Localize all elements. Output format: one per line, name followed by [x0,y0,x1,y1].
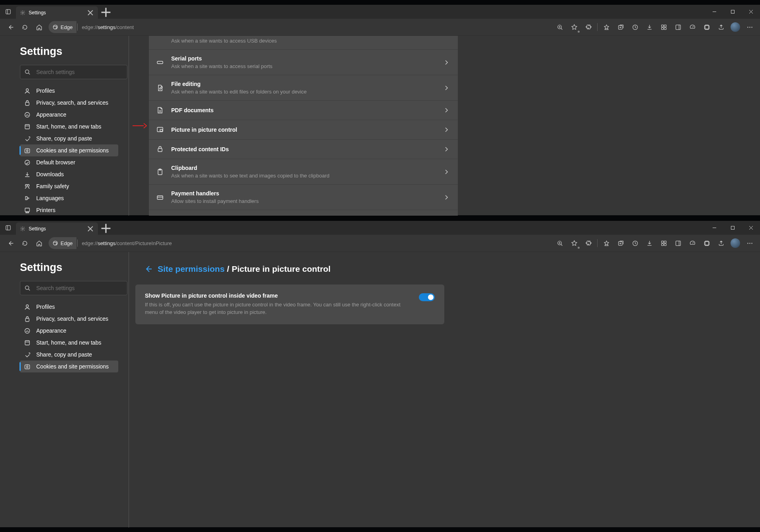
sidebar-item-profiles[interactable]: Profiles [20,85,118,97]
tab-actions-button[interactable] [0,221,16,235]
share-button[interactable] [714,236,728,250]
downloads-button[interactable] [642,236,656,250]
address-bar: Edge edge://settings/content/PictureInPi… [0,235,760,252]
svg-rect-87 [664,241,666,243]
perm-row-title: Clipboard [171,165,443,171]
nav-item-icon [24,99,31,106]
address-field[interactable]: Edge edge://settings/content [49,21,134,33]
downloads-button[interactable] [642,20,656,34]
nav-item-icon [24,171,31,178]
extensions-button[interactable] [581,20,596,34]
perm-row-protected-content-ids[interactable]: Protected content IDs [149,139,458,159]
breadcrumb-parent-link[interactable]: Site permissions [158,264,225,274]
sidebar-item-share-copy-and-paste[interactable]: Share, copy and paste [20,349,118,361]
more-menu-button[interactable] [742,20,757,34]
sidebar-item-start-home-and-new-tabs[interactable]: Start, home, and new tabs [20,337,118,349]
perm-row-media-autoplay[interactable]: Media autoplay [149,210,458,216]
extensions-button[interactable] [581,236,596,250]
sidebar-item-share-copy-and-paste[interactable]: Share, copy and paste [20,133,118,144]
share-button[interactable] [714,20,728,34]
collections-button[interactable] [613,20,628,34]
apps-button[interactable] [656,236,671,250]
sidebar-toggle-button[interactable] [671,20,685,34]
perm-row-clipboard[interactable]: ClipboardAsk when a site wants to see te… [149,159,458,184]
nav-home-button[interactable] [32,20,46,34]
webcapture-button[interactable] [699,20,714,34]
perm-row-serial-ports[interactable]: Serial portsAsk when a site wants to acc… [149,49,458,75]
sidebar-item-cookies-and-site-permissions[interactable]: Cookies and site permissions [20,144,118,156]
performance-button[interactable] [685,20,699,34]
sidebar-item-cookies-and-site-permissions[interactable]: Cookies and site permissions [20,361,118,372]
window-maximize-button[interactable] [723,221,742,235]
perm-row-title: Serial ports [171,55,443,62]
profile-button[interactable] [728,236,742,250]
sidebar-toggle-button[interactable] [671,236,685,250]
browser-window-2: Settings Edge edg [0,221,760,527]
pip-toggle-switch[interactable] [419,293,435,301]
svg-point-67 [22,228,23,230]
favorite-button[interactable] [567,236,581,250]
new-tab-button[interactable] [100,222,112,235]
sidebar-item-family-safety[interactable]: Family safety [20,180,118,192]
collections-button[interactable] [613,236,628,250]
svg-text:A: A [26,197,28,200]
settings-search[interactable] [20,281,127,295]
svg-rect-88 [661,244,663,246]
webcapture-button[interactable] [699,236,714,250]
settings-search-input[interactable] [35,285,123,292]
perm-row-pdf-documents[interactable]: PDF documents [149,100,458,120]
browser-tab[interactable]: Settings [16,6,98,19]
window-close-button[interactable] [742,5,760,19]
perm-row-file-editing[interactable]: File editingAsk when a site wants to edi… [149,75,458,100]
profile-button[interactable] [728,20,742,34]
perm-row-picture-in-picture-control[interactable]: Picture in picture control [149,120,458,139]
breadcrumb-back-button[interactable] [142,262,155,276]
nav-back-button[interactable] [3,236,18,250]
chevron-right-icon [443,85,449,91]
perm-row-usb[interactable]: Ask when a site wants to access USB devi… [149,36,458,49]
perm-row-icon [156,58,164,66]
sidebar-item-languages[interactable]: ALanguages [20,192,118,204]
sidebar-item-start-home-and-new-tabs[interactable]: Start, home, and new tabs [20,121,118,133]
svg-line-13 [561,28,562,29]
svg-point-43 [27,184,29,186]
svg-line-33 [29,73,30,75]
sidebar-item-downloads[interactable]: Downloads [20,168,118,180]
nav-home-button[interactable] [32,236,46,250]
history-button[interactable] [628,236,642,250]
window-minimize-button[interactable] [705,5,723,19]
nav-back-button[interactable] [3,20,18,34]
favorite-button[interactable] [567,20,581,34]
new-tab-button[interactable] [100,6,112,19]
favorites-bar-button[interactable] [599,236,613,250]
sidebar-item-profiles[interactable]: Profiles [20,301,118,313]
nav-item-label: Start, home, and new tabs [36,339,101,346]
window-maximize-button[interactable] [723,5,742,19]
window-close-button[interactable] [742,221,760,235]
apps-button[interactable] [656,20,671,34]
performance-button[interactable] [685,236,699,250]
sidebar-item-appearance[interactable]: Appearance [20,109,118,121]
nav-refresh-button[interactable] [18,20,32,34]
window-minimize-button[interactable] [705,221,723,235]
sidebar-item-default-browser[interactable]: Default browser [20,156,118,168]
settings-search[interactable] [20,65,127,79]
favorites-bar-button[interactable] [599,20,613,34]
history-button[interactable] [628,20,642,34]
address-field[interactable]: Edge edge://settings/content/PictureInPi… [49,237,172,249]
settings-search-input[interactable] [35,68,123,76]
tab-actions-button[interactable] [0,5,16,19]
sidebar-item-printers[interactable]: Printers [20,204,118,216]
nav-refresh-button[interactable] [18,236,32,250]
tab-close-button[interactable] [87,9,94,16]
address-bar: Edge edge://settings/content [0,19,760,36]
sidebar-item-appearance[interactable]: Appearance [20,325,118,337]
perm-row-payment-handlers[interactable]: Payment handlersAllow sites to install p… [149,184,458,210]
sidebar-item-privacy-search-and-services[interactable]: Privacy, search, and services [20,97,118,109]
zoom-button[interactable] [553,20,567,34]
tab-close-button[interactable] [87,225,94,232]
sidebar-item-privacy-search-and-services[interactable]: Privacy, search, and services [20,313,118,325]
browser-tab[interactable]: Settings [16,222,98,235]
zoom-button[interactable] [553,236,567,250]
more-menu-button[interactable] [742,236,757,250]
